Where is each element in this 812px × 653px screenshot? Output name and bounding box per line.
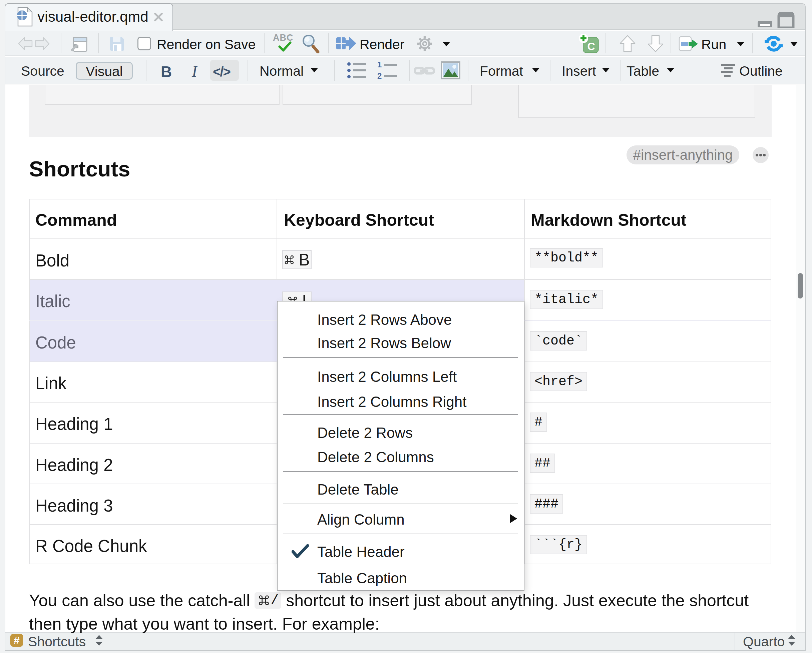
svg-text:2: 2 <box>377 72 382 80</box>
svg-text:C: C <box>587 40 595 52</box>
svg-text:1: 1 <box>377 61 382 69</box>
